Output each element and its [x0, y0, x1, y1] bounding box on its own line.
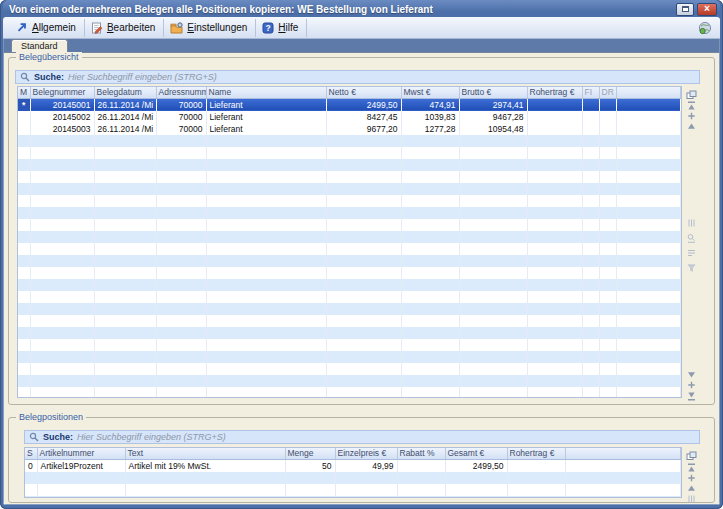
empty-cell — [459, 231, 527, 243]
move-down-icon[interactable] — [686, 366, 697, 376]
column-header[interactable]: Belegnummer — [30, 87, 94, 98]
scroll-to-top-icon[interactable] — [686, 459, 697, 469]
column-header[interactable]: Gesamt € — [445, 448, 507, 459]
globe-icon[interactable] — [698, 21, 712, 35]
empty-cell — [206, 195, 326, 207]
empty-cell — [18, 183, 30, 195]
table-row[interactable]: 2014500326.11.2014 /Mi70000Lieferant9677… — [18, 123, 681, 135]
empty-row — [18, 231, 681, 243]
empty-cell — [599, 195, 616, 207]
cell — [599, 98, 616, 111]
column-header[interactable]: Rohertrag € — [507, 448, 565, 459]
empty-cell — [30, 195, 94, 207]
empty-row — [18, 267, 681, 279]
menu-item-einstellungen[interactable]: Einstellungen — [164, 19, 256, 37]
empty-cell — [18, 243, 30, 255]
tab-standard[interactable]: Standard — [11, 39, 68, 52]
append-row-icon[interactable] — [686, 376, 697, 386]
cell: Lieferant — [206, 123, 326, 135]
empty-cell — [94, 231, 156, 243]
empty-cell — [616, 207, 681, 219]
insert-row-icon[interactable] — [686, 107, 697, 117]
empty-cell — [156, 303, 206, 315]
empty-cell — [18, 255, 30, 267]
table-row[interactable]: *2014500126.11.2014 /Mi70000Lieferant249… — [18, 98, 681, 111]
empty-row — [18, 375, 681, 387]
allgemein-icon — [16, 22, 28, 33]
insert-row-icon[interactable] — [686, 469, 697, 479]
table-row[interactable]: 2014500226.11.2014 /Mi70000Lieferant8427… — [18, 111, 681, 123]
empty-row — [25, 496, 681, 499]
column-header[interactable]: Text — [125, 448, 285, 459]
empty-cell — [582, 183, 599, 195]
collapse-icon[interactable] — [686, 500, 697, 505]
column-header[interactable]: Artikelnummer — [37, 448, 125, 459]
column-header[interactable]: M — [18, 87, 30, 98]
column-header[interactable]: Mwst € — [401, 87, 459, 98]
empty-cell — [527, 387, 582, 399]
empty-cell — [582, 363, 599, 375]
cell: Lieferant — [206, 98, 326, 111]
empty-cell — [285, 472, 335, 484]
empty-cell — [206, 291, 326, 303]
column-header[interactable]: Menge — [285, 448, 335, 459]
table-row[interactable]: 0Artikel19ProzentArtikel mit 19% MwSt.50… — [25, 459, 681, 472]
move-up-icon[interactable] — [686, 479, 697, 489]
scroll-to-bottom-icon[interactable] — [686, 387, 697, 397]
drag-grip-icon[interactable] — [686, 214, 697, 224]
empty-cell — [459, 243, 527, 255]
column-header[interactable]: Belegdatum — [94, 87, 156, 98]
empty-cell — [18, 279, 30, 291]
filter-icon[interactable] — [686, 259, 697, 269]
list-icon[interactable] — [686, 244, 697, 254]
column-chooser-icon[interactable] — [686, 86, 697, 96]
empty-row — [18, 303, 681, 315]
empty-cell — [527, 363, 582, 375]
column-header[interactable]: FI — [582, 87, 599, 98]
empty-cell — [30, 135, 94, 147]
menu-item-bearbeiten[interactable]: Bearbeiten — [85, 19, 164, 37]
empty-cell — [616, 339, 681, 351]
empty-cell — [326, 363, 401, 375]
column-header[interactable]: S — [25, 448, 37, 459]
app-window: Von einem oder mehreren Belegen alle Pos… — [0, 0, 723, 509]
empty-cell — [582, 243, 599, 255]
column-header[interactable]: Rabatt % — [397, 448, 445, 459]
column-header[interactable]: Brutto € — [459, 87, 527, 98]
column-header[interactable]: Netto € — [326, 87, 401, 98]
beleg-search-bar[interactable]: Suche: Hier Suchbegriff eingeben (STRG+S… — [15, 70, 700, 84]
column-chooser-icon[interactable] — [686, 447, 697, 457]
empty-cell — [401, 183, 459, 195]
positionen-search-bar[interactable]: Suche: Hier Suchbegriff eingeben (STRG+S… — [24, 430, 700, 444]
column-header[interactable]: DR — [599, 87, 616, 98]
menu-item-hilfe[interactable]: ?Hilfe — [256, 19, 307, 37]
empty-cell — [527, 219, 582, 231]
menu-bar: AllgemeinBearbeitenEinstellungen?Hilfe — [3, 17, 720, 39]
zoom-icon[interactable] — [686, 229, 697, 239]
empty-cell — [156, 243, 206, 255]
cell — [599, 111, 616, 123]
close-button[interactable]: × — [697, 3, 717, 16]
drag-grip-icon[interactable] — [686, 490, 697, 500]
empty-cell — [326, 315, 401, 327]
empty-cell — [206, 159, 326, 171]
empty-cell — [206, 351, 326, 363]
cell: 1039,83 — [401, 111, 459, 123]
scroll-to-top-icon[interactable] — [686, 97, 697, 107]
empty-cell — [18, 207, 30, 219]
menu-item-allgemein[interactable]: Allgemein — [10, 19, 85, 37]
column-header[interactable]: Adressnumm — [156, 87, 206, 98]
empty-cell — [206, 303, 326, 315]
column-header[interactable]: Einzelpreis € — [335, 448, 397, 459]
empty-row — [18, 171, 681, 183]
cell — [616, 111, 681, 123]
hilfe-icon: ? — [262, 22, 274, 34]
empty-cell — [616, 219, 681, 231]
empty-cell — [94, 279, 156, 291]
column-header[interactable]: Rohertrag € — [527, 87, 582, 98]
restore-button[interactable] — [676, 3, 694, 16]
column-header[interactable]: Name — [206, 87, 326, 98]
move-up-icon[interactable] — [686, 117, 697, 127]
empty-cell — [335, 472, 397, 484]
empty-cell — [616, 231, 681, 243]
